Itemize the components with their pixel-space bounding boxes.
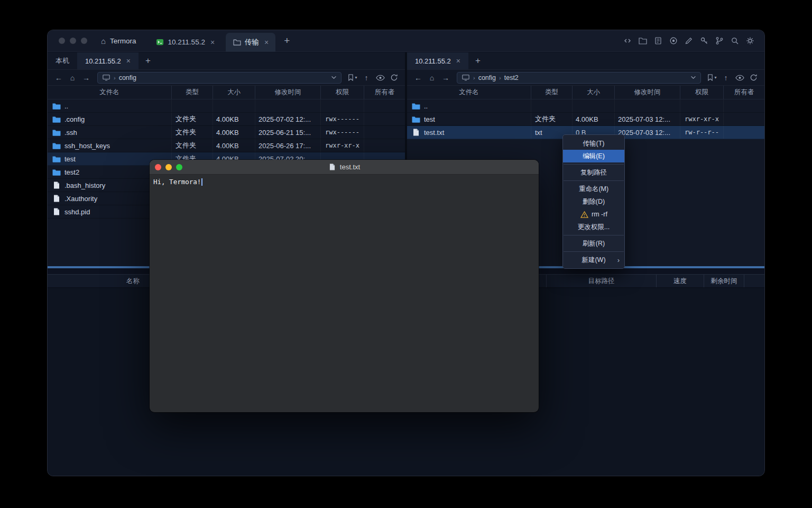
record-icon[interactable] [669, 36, 678, 46]
breadcrumb-segment[interactable]: config [119, 74, 136, 81]
edit-icon[interactable] [684, 36, 694, 46]
menu-item-delete[interactable]: 删除(D) [563, 195, 624, 208]
back-button[interactable]: ← [52, 72, 65, 84]
menu-item-transfer[interactable]: 传输(T) [563, 137, 624, 150]
column-header-eta[interactable]: 剩余时间 [704, 275, 744, 287]
column-header-owner[interactable]: 所有者 [724, 86, 764, 99]
tab-ssh-session[interactable]: 10.211.55.2 × [149, 33, 222, 52]
upload-button[interactable]: ↑ [360, 72, 373, 84]
file-mtime: 2025-06-26 17:... [255, 139, 321, 152]
search-icon[interactable] [730, 36, 740, 46]
column-header-name[interactable]: 文件名 [48, 86, 172, 99]
upload-button[interactable]: ↑ [719, 72, 732, 84]
home-button[interactable]: ⌂ [66, 72, 79, 84]
refresh-button[interactable] [747, 72, 760, 84]
file-row[interactable]: .. [48, 99, 405, 113]
breadcrumb-segment[interactable]: test2 [504, 74, 519, 81]
new-tab-button[interactable]: + [278, 35, 296, 47]
menu-item-change-permissions[interactable]: 更改权限... [563, 221, 624, 233]
zoom-window-button[interactable] [176, 164, 182, 170]
file-row[interactable]: ssh_host_keys 文件夹 4.00KB 2025-06-26 17:.… [48, 139, 405, 152]
settings-icon[interactable] [745, 36, 755, 46]
editor-title-text: test.txt [340, 163, 360, 171]
breadcrumb-segment[interactable]: config [478, 74, 496, 81]
show-hidden-button[interactable] [733, 72, 746, 84]
branch-icon[interactable] [715, 36, 724, 46]
column-header-type[interactable]: 类型 [172, 86, 213, 99]
file-name: .Xauthority [64, 195, 97, 203]
tab-transfer[interactable]: 传输 × [226, 33, 275, 52]
chevron-down-icon[interactable] [690, 76, 696, 79]
menu-item-rm-rf[interactable]: rm -rf [563, 208, 624, 221]
editor-titlebar[interactable]: test.txt [150, 160, 539, 175]
submenu-arrow-icon: › [617, 256, 620, 264]
column-header-type[interactable]: 类型 [531, 86, 573, 99]
folder-icon [52, 103, 61, 110]
file-row[interactable]: .config 文件夹 4.00KB 2025-07-02 12:... rwx… [48, 113, 405, 126]
file-owner [364, 113, 405, 125]
column-header-size[interactable]: 大小 [213, 86, 255, 99]
show-hidden-button[interactable] [374, 72, 386, 84]
column-header-size[interactable]: 大小 [573, 86, 615, 99]
right-panel-tabs: 10.211.55.2 × + [407, 52, 764, 70]
close-tab-icon[interactable]: × [210, 38, 215, 47]
file-row[interactable]: .ssh 文件夹 4.00KB 2025-06-21 15:... rwx---… [48, 126, 405, 139]
file-name: .bash_history [64, 182, 105, 189]
path-breadcrumb[interactable]: › config › test2 [457, 72, 701, 84]
minimize-window-button[interactable] [165, 164, 172, 170]
file-icon [52, 195, 61, 202]
new-panel-tab-button[interactable]: + [139, 52, 158, 69]
menu-item-new[interactable]: 新建(W) › [563, 253, 624, 266]
column-header-speed[interactable]: 速度 [657, 275, 704, 287]
close-tab-icon[interactable]: × [126, 57, 131, 65]
transfer-header-end-spacer [744, 275, 764, 287]
tab-label: 10.211.55.2 [85, 57, 121, 65]
key-icon[interactable] [699, 36, 709, 46]
log-icon[interactable] [653, 36, 663, 46]
close-tab-icon[interactable]: × [456, 57, 460, 65]
refresh-button[interactable] [387, 72, 400, 84]
column-header-name[interactable]: 文件名 [407, 86, 531, 99]
editor-content[interactable]: Hi, Termora! [150, 175, 539, 189]
forward-button[interactable]: → [439, 72, 452, 84]
file-row[interactable]: .. [407, 99, 764, 113]
column-header-owner[interactable]: 所有者 [364, 86, 405, 99]
column-header-mtime[interactable]: 修改时间 [615, 86, 680, 99]
tab-local[interactable]: 本机 [48, 52, 77, 69]
column-header-destination[interactable]: 目标路径 [547, 275, 657, 287]
code-icon[interactable] [623, 36, 632, 46]
column-header-permissions[interactable]: 权限 [680, 86, 724, 99]
column-header-permissions[interactable]: 权限 [321, 86, 364, 99]
chevron-down-icon[interactable] [331, 76, 337, 79]
right-nav-toolbar: ← ⌂ → › config › test2 ▾ ↑ [407, 70, 764, 86]
bookmark-button[interactable]: ▾ [706, 72, 718, 84]
forward-button[interactable]: → [80, 72, 93, 84]
bookmark-button[interactable]: ▾ [346, 72, 359, 84]
app-home-tab[interactable]: ⌂ Termora [96, 30, 145, 51]
home-button[interactable]: ⌂ [426, 72, 438, 84]
close-tab-icon[interactable]: × [264, 38, 269, 47]
menu-item-rename[interactable]: 重命名(M) [563, 183, 624, 195]
folder-icon[interactable] [638, 36, 648, 46]
new-panel-tab-button[interactable]: + [468, 52, 487, 69]
menu-item-refresh[interactable]: 刷新(R) [563, 237, 624, 250]
column-header-mtime[interactable]: 修改时间 [255, 86, 321, 99]
file-name: .config [64, 115, 85, 123]
back-button[interactable]: ← [412, 72, 425, 84]
zoom-window-button[interactable] [81, 38, 87, 44]
minimize-window-button[interactable] [70, 38, 76, 44]
file-type: 文件夹 [172, 126, 213, 139]
close-window-button[interactable] [155, 164, 161, 170]
file-permissions: rwxr-xr-x [680, 113, 724, 125]
close-window-button[interactable] [59, 38, 65, 44]
file-row[interactable]: test 文件夹 4.00KB 2025-07-03 12:... rwxr-x… [407, 113, 764, 126]
path-breadcrumb[interactable]: › config [97, 72, 342, 84]
menu-item-copy-path[interactable]: 复制路径 [563, 166, 624, 179]
menu-item-label: rm -rf [592, 211, 607, 218]
traffic-lights [48, 38, 96, 44]
menu-item-edit[interactable]: 编辑(E) [563, 150, 624, 162]
file-permissions: rwx------ [321, 126, 364, 139]
tab-remote-host[interactable]: 10.211.55.2 × [77, 52, 139, 69]
tab-remote-host[interactable]: 10.211.55.2 × [407, 52, 468, 69]
file-name: .. [424, 102, 428, 110]
